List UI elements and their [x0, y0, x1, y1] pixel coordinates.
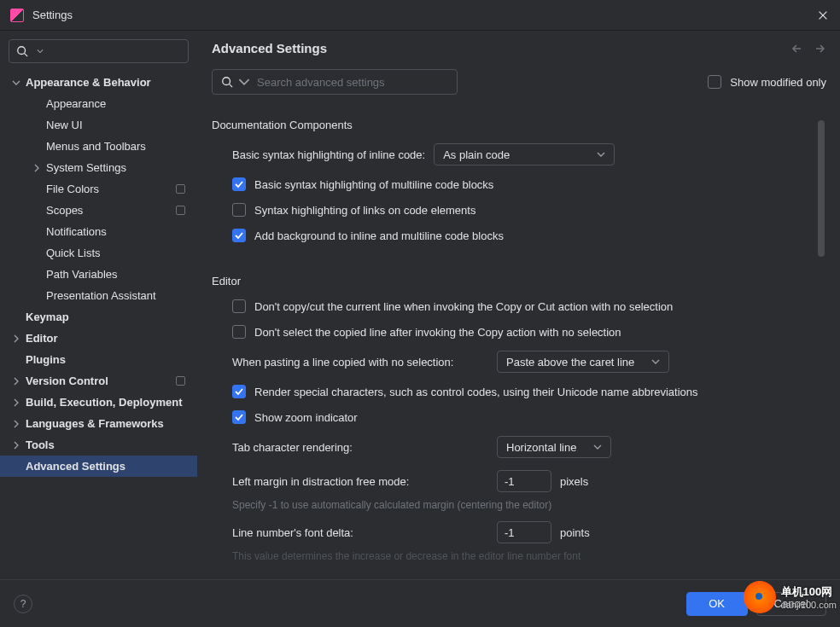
chevron-down-icon — [593, 444, 602, 450]
setting-label: Tab character rendering: — [232, 441, 488, 454]
tree-item-label: Keymap — [26, 311, 69, 323]
tree-item[interactable]: Quick Lists — [0, 242, 197, 264]
setting-label: Line number's font delta: — [232, 526, 488, 539]
forward-button[interactable] — [813, 42, 826, 55]
tree-item[interactable]: File Colors — [0, 178, 197, 200]
show-modified-label: Show modified only — [730, 76, 826, 89]
unit-label: points — [560, 526, 590, 539]
content-search-row: Search advanced settings Show modified o… — [212, 69, 826, 95]
svg-line-3 — [25, 54, 28, 57]
setting-cb-links[interactable]: Syntax highlighting of links on code ele… — [212, 203, 826, 217]
tree-item-label: Path Variables — [46, 268, 118, 281]
tree-item-label: Advanced Settings — [26, 460, 125, 473]
checkbox-label: Don't select the copied line after invok… — [254, 326, 621, 339]
cancel-button[interactable]: Cancel — [756, 592, 826, 616]
checkbox-icon — [232, 203, 246, 217]
checkbox-icon — [232, 325, 246, 339]
tree-item[interactable]: Keymap — [0, 306, 197, 328]
back-button[interactable] — [790, 42, 804, 55]
search-icon — [221, 76, 233, 88]
project-scope-icon — [176, 206, 185, 215]
checkbox-label: Add background to inline and multiline c… — [254, 229, 504, 242]
tree-item[interactable]: Scopes — [0, 200, 197, 221]
tree-item-label: Plugins — [26, 353, 66, 366]
tree-item-label: Version Control — [26, 374, 108, 387]
tree-item[interactable]: Appearance — [0, 93, 197, 114]
syntax-inline-select[interactable]: As plain code — [434, 143, 615, 165]
ok-button[interactable]: OK — [686, 592, 748, 616]
chevron-right-icon — [10, 375, 22, 387]
sidebar: Appearance & BehaviorAppearanceNew UIMen… — [0, 31, 198, 579]
page-title: Advanced Settings — [212, 41, 327, 55]
app-icon — [10, 9, 24, 22]
tree-item-label: Build, Execution, Deployment — [26, 396, 182, 409]
checkbox-icon — [232, 229, 246, 242]
svg-point-6 — [223, 78, 230, 85]
setting-paste: When pasting a line copied with no selec… — [212, 351, 826, 373]
tree-item[interactable]: Editor — [0, 328, 197, 349]
show-modified-toggle[interactable]: Show modified only — [708, 75, 826, 89]
checkbox-label: Basic syntax highlighting of multiline c… — [254, 178, 493, 191]
checkbox-label: Syntax highlighting of links on code ele… — [254, 204, 475, 217]
font-delta-input[interactable] — [497, 521, 551, 543]
setting-label: Left margin in distraction free mode: — [232, 475, 488, 488]
tree-item[interactable]: Tools — [0, 434, 197, 456]
close-button[interactable] — [816, 9, 830, 22]
setting-cb-multiline[interactable]: Basic syntax highlighting of multiline c… — [212, 177, 826, 191]
section-editor: Editor — [212, 275, 826, 287]
tree-item[interactable]: New UI — [0, 114, 197, 136]
tree-item[interactable]: Plugins — [0, 349, 197, 370]
tree-item[interactable]: Version Control — [0, 370, 197, 392]
tree-item[interactable]: Path Variables — [0, 264, 197, 285]
checkbox-icon — [232, 385, 246, 398]
paste-select[interactable]: Paste above the caret line — [497, 351, 669, 373]
titlebar: Settings — [0, 0, 840, 31]
settings-scroll[interactable]: Documentation Components Basic syntax hi… — [212, 115, 826, 579]
setting-cb-render[interactable]: Render special characters, such as contr… — [212, 385, 826, 398]
content-header: Advanced Settings — [212, 41, 826, 55]
tree-item[interactable]: Presentation Assistant — [0, 285, 197, 306]
checkbox-icon — [232, 177, 246, 191]
tree-item[interactable]: System Settings — [0, 157, 197, 178]
chevron-down-icon — [597, 152, 605, 157]
setting-label: Basic syntax highlighting of inline code… — [232, 148, 425, 161]
chevron-down-icon — [37, 49, 44, 54]
tree-item[interactable]: Notifications — [0, 221, 197, 242]
select-value: Paste above the caret line — [506, 356, 634, 369]
chevron-right-icon — [10, 418, 22, 430]
tree-item[interactable]: Menus and Toolbars — [0, 136, 197, 157]
tree-item-label: Notifications — [46, 225, 107, 238]
setting-cb-background[interactable]: Add background to inline and multiline c… — [212, 229, 826, 242]
setting-cb-zoom[interactable]: Show zoom indicator — [212, 410, 826, 424]
chevron-right-icon — [10, 333, 22, 345]
setting-font-delta: Line number's font delta: points — [212, 521, 826, 543]
project-scope-icon — [176, 376, 185, 386]
tree-item[interactable]: Advanced Settings — [0, 456, 197, 477]
tab-render-select[interactable]: Horizontal line — [497, 436, 611, 458]
settings-search-input[interactable]: Search advanced settings — [212, 69, 458, 95]
sidebar-search-input[interactable] — [9, 39, 189, 63]
setting-cb-copycut[interactable]: Don't copy/cut the current line when inv… — [212, 299, 826, 313]
tree-item-label: Appearance & Behavior — [26, 76, 151, 89]
setting-cb-select[interactable]: Don't select the copied line after invok… — [212, 325, 826, 339]
help-button[interactable]: ? — [14, 595, 32, 613]
chevron-down-icon — [651, 359, 660, 364]
settings-tree: Appearance & BehaviorAppearanceNew UIMen… — [0, 72, 197, 579]
margin-hint: Specify -1 to use automatically calculat… — [212, 499, 826, 511]
scrollbar-thumb[interactable] — [818, 120, 825, 257]
tree-item-label: File Colors — [46, 183, 99, 195]
checkbox-icon — [232, 299, 246, 313]
tree-item[interactable]: Languages & Frameworks — [0, 413, 197, 434]
left-margin-input[interactable] — [497, 470, 551, 492]
tree-item[interactable]: Appearance & Behavior — [0, 72, 197, 93]
tree-item-label: Editor — [26, 332, 58, 345]
close-icon — [817, 9, 829, 21]
svg-point-2 — [18, 47, 26, 55]
tree-item[interactable]: Build, Execution, Deployment — [0, 392, 197, 413]
select-value: Horizontal line — [506, 441, 576, 454]
select-value: As plain code — [443, 148, 510, 161]
search-icon — [16, 45, 28, 57]
checkbox-label: Show zoom indicator — [254, 411, 358, 424]
chevron-right-icon — [10, 439, 22, 451]
checkbox-icon — [708, 75, 721, 89]
